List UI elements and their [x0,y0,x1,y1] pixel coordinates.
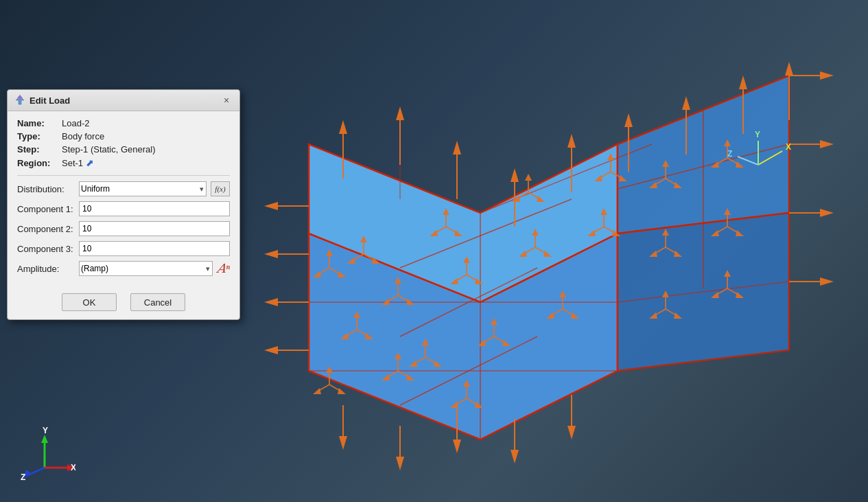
svg-marker-178 [338,388,346,394]
svg-marker-52 [264,202,278,210]
region-value: Set-1 [62,158,83,168]
amplitude-select[interactable]: (Ramp)(Step)Instantaneous [79,261,213,276]
svg-marker-36 [339,436,347,450]
ok-button[interactable]: OK [62,293,117,311]
svg-text:Z: Z [727,149,732,159]
step-row: Step: Step-1 (Static, General) [17,144,230,155]
svg-marker-24 [511,168,519,182]
axis-indicator: Y X Z [21,426,75,481]
svg-marker-60 [820,71,834,80]
distribution-select[interactable]: UniformUser-defined [79,181,207,196]
svg-marker-34 [785,62,793,76]
step-value: Step-1 (Static, General) [62,144,156,155]
distribution-select-wrapper: UniformUser-defined [79,181,207,196]
svg-text:Y: Y [43,426,48,435]
svg-marker-26 [567,134,576,148]
svg-marker-18 [339,120,347,134]
dialog-titlebar: Edit Load × [8,90,239,111]
svg-marker-38 [396,457,404,470]
svg-marker-50 [264,346,278,354]
type-label: Type: [17,131,62,141]
component2-label: Component 2: [17,224,79,234]
svg-marker-42 [511,450,519,464]
svg-marker-44 [567,426,576,440]
fx-button[interactable]: f(x) [211,181,230,196]
svg-marker-20 [396,106,404,120]
svg-text:X: X [786,142,791,152]
svg-marker-28 [624,113,633,127]
svg-marker-200 [41,435,48,443]
name-label: Name: [17,118,62,128]
component3-input[interactable] [79,241,230,256]
component3-row: Component 3: [17,241,230,256]
distribution-label: Distribution: [17,184,79,194]
dialog-titlebar-left: Edit Load [14,95,70,106]
svg-marker-56 [820,209,834,217]
svg-marker-180 [313,388,321,394]
component1-label: Component 1: [17,204,79,214]
svg-marker-48 [264,298,278,306]
amplitude-row: Amplitude: (Ramp)(Step)Instantaneous 𝐴ⁿ [17,261,230,276]
step-label: Step: [17,144,62,155]
component1-row: Component 1: [17,201,230,216]
svg-marker-209 [17,95,23,98]
amplitude-label: Amplitude: [17,264,79,274]
component3-label: Component 3: [17,244,79,254]
svg-marker-58 [820,277,834,286]
amplitude-icon: 𝐴ⁿ [217,261,230,276]
cursor-icon: ⬈ [86,157,94,168]
svg-text:X: X [71,463,75,472]
component2-input[interactable] [79,221,230,236]
svg-text:Y: Y [755,130,760,139]
svg-marker-30 [682,96,690,110]
component1-input[interactable] [79,201,230,216]
type-row: Type: Body force [17,131,230,141]
dialog-title: Edit Load [30,95,70,106]
dialog-footer: OK Cancel [8,288,239,319]
svg-marker-46 [264,250,278,258]
svg-text:Z: Z [21,472,25,481]
divider [17,175,230,176]
amplitude-select-wrapper: (Ramp)(Step)Instantaneous [79,261,213,276]
svg-marker-32 [739,76,747,89]
edit-load-dialog: Edit Load × Name: Load-2 Type: Body forc… [7,89,240,320]
load-icon [14,95,25,106]
name-value: Load-2 [62,118,89,128]
name-row: Name: Load-2 [17,118,230,128]
component2-row: Component 2: [17,221,230,236]
type-value: Body force [62,131,104,141]
cancel-button[interactable]: Cancel [130,293,185,311]
region-label: Region: [17,158,62,168]
svg-marker-22 [453,141,461,155]
distribution-row: Distribution: UniformUser-defined f(x) [17,181,230,196]
close-button[interactable]: × [220,94,233,106]
region-row: Region: Set-1 ⬈ [17,157,230,168]
svg-marker-128 [525,174,532,181]
svg-marker-54 [820,140,834,148]
svg-marker-40 [453,440,461,453]
dialog-body: Name: Load-2 Type: Body force Step: Step… [8,111,239,288]
